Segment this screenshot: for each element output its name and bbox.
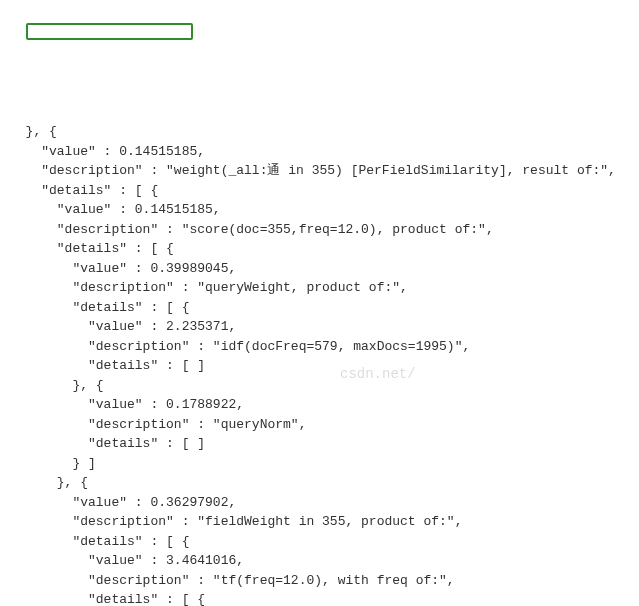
code-line: "value" : 0.39989045, (10, 259, 629, 279)
code-line: "value" : 0.36297902, (10, 493, 629, 513)
code-line: "details" : [ ] (10, 356, 629, 376)
code-line: }, { (10, 376, 629, 396)
code-line: "description" : "score(doc=355,freq=12.0… (10, 220, 629, 240)
code-line: "details" : [ { (10, 298, 629, 318)
code-line: "details" : [ { (10, 532, 629, 552)
code-line: "value" : 3.4641016, (10, 551, 629, 571)
code-line: } ] (10, 454, 629, 474)
code-line: "description" : "fieldWeight in 355, pro… (10, 512, 629, 532)
code-line: "details" : [ { (10, 239, 629, 259)
code-line: "value" : 0.1788922, (10, 395, 629, 415)
code-line: "value" : 0.14515185, (10, 200, 629, 220)
code-line: "details" : [ ] (10, 434, 629, 454)
code-line: "description" : "queryNorm", (10, 415, 629, 435)
code-line: }, { (10, 122, 629, 142)
code-line: "description" : "idf(docFreq=579, maxDoc… (10, 337, 629, 357)
code-line: "description" : "queryWeight, product of… (10, 278, 629, 298)
code-line: "description" : "weight(_all:通 in 355) [… (10, 161, 629, 181)
highlight-rectangle (26, 23, 193, 40)
code-line: "details" : [ { (10, 181, 629, 201)
code-line: "value" : 2.235371, (10, 317, 629, 337)
code-line: "value" : 0.14515185, (10, 142, 629, 162)
code-line: "details" : [ { (10, 590, 629, 606)
code-line: "description" : "tf(freq=12.0), with fre… (10, 571, 629, 591)
json-code-block: }, { "value" : 0.14515185, "description"… (10, 122, 629, 606)
code-line: }, { (10, 473, 629, 493)
